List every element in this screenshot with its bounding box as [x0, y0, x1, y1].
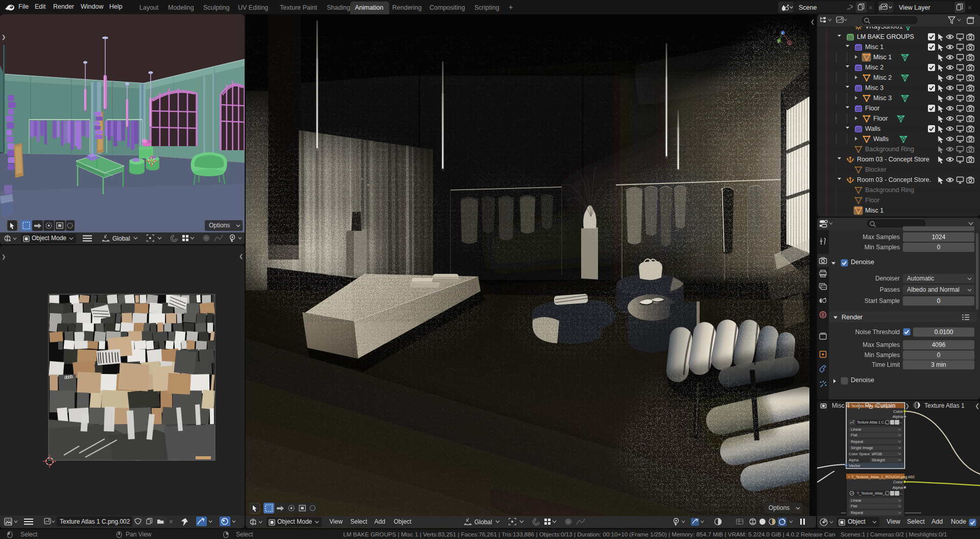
svg-text:Walls: Walls	[873, 135, 889, 143]
svg-text:Repeat: Repeat	[851, 439, 864, 444]
svg-text:×: ×	[900, 492, 902, 496]
svg-text:Color: Color	[893, 480, 903, 484]
svg-text:Straight: Straight	[872, 458, 886, 462]
svg-text:x: x	[789, 41, 791, 45]
svg-text:Misc 3: Misc 3	[865, 84, 883, 91]
svg-text:Single Image: Single Image	[851, 446, 873, 450]
svg-text:Texture Atlas 1 C...: Texture Atlas 1 C...	[857, 420, 887, 424]
svg-text:Blocker: Blocker	[865, 166, 887, 173]
svg-text:Floor: Floor	[865, 197, 879, 204]
svg-text:y: y	[778, 39, 780, 43]
svg-text:Repeat: Repeat	[851, 510, 864, 515]
svg-text:Room 03 - Concept Store.: Room 03 - Concept Store.	[857, 176, 931, 183]
svg-text:❮: ❮	[239, 253, 243, 260]
svg-text:Misc 1: Misc 1	[865, 207, 883, 214]
svg-text:❮: ❮	[975, 403, 979, 409]
svg-text:Texture Atlas 1 C.png.002: Texture Atlas 1 C.png.002	[60, 518, 130, 525]
svg-text:Misc 2: Misc 2	[873, 74, 892, 81]
svg-text:Flat: Flat	[851, 504, 857, 508]
svg-text:Floor: Floor	[865, 105, 879, 112]
svg-text:LM BAKE GROUPS: LM BAKE GROUPS	[857, 33, 914, 40]
svg-text:T_Texture_Atlas_1_ROUGH.png.00: T_Texture_Atlas_1_ROUGH.png.002	[851, 475, 915, 479]
svg-text:Curtain: Curtain	[876, 402, 896, 409]
svg-text:Alpha: Alpha	[893, 485, 903, 490]
svg-text:×: ×	[900, 421, 902, 425]
svg-text:Misc 1: Misc 1	[873, 54, 892, 61]
svg-text:Scene: Scene	[799, 4, 817, 11]
svg-text:❯: ❯	[857, 403, 862, 409]
svg-text:Alpha: Alpha	[893, 414, 903, 419]
svg-text:Color Space: Color Space	[849, 452, 870, 456]
svg-text:Background Ring: Background Ring	[865, 146, 914, 153]
svg-text:✕: ✕	[967, 5, 972, 11]
svg-text:❯: ❯	[2, 34, 6, 40]
svg-text:❮: ❮	[810, 19, 815, 25]
svg-text:Alpha: Alpha	[849, 458, 859, 462]
svg-text:sRGB: sRGB	[872, 452, 882, 456]
svg-text:❯: ❯	[905, 403, 910, 409]
svg-text:Global: Global	[112, 235, 130, 242]
svg-text:✕: ✕	[868, 5, 873, 11]
svg-text:T_Texture_Atlas_...: T_Texture_Atlas_...	[857, 491, 888, 496]
svg-text:Misc 3: Misc 3	[873, 95, 892, 102]
svg-text:Color: Color	[893, 409, 903, 414]
svg-text:View Layer: View Layer	[899, 4, 930, 11]
svg-text:Linear: Linear	[851, 498, 862, 503]
svg-text:Background Ring: Background Ring	[865, 186, 914, 194]
svg-text:Flat: Flat	[851, 433, 857, 437]
svg-text:Global: Global	[474, 519, 492, 526]
svg-text:✕: ✕	[169, 519, 173, 525]
svg-text:Misc 1: Misc 1	[865, 43, 883, 51]
svg-text:z: z	[782, 31, 784, 35]
svg-text:❯: ❯	[2, 254, 6, 260]
svg-text:Vector: Vector	[849, 463, 861, 468]
svg-text:Room 03 - Concept Store: Room 03 - Concept Store	[857, 156, 929, 163]
svg-text:VRaySun001: VRaySun001	[865, 27, 903, 30]
svg-text:Linear: Linear	[851, 427, 862, 432]
svg-text:Misc 2: Misc 2	[865, 64, 883, 71]
svg-text:Misc 4: Misc 4	[832, 402, 850, 409]
svg-text:Texture Atlas 1: Texture Atlas 1	[924, 402, 965, 409]
svg-text:Walls: Walls	[865, 125, 880, 132]
svg-text:Floor: Floor	[873, 115, 888, 122]
